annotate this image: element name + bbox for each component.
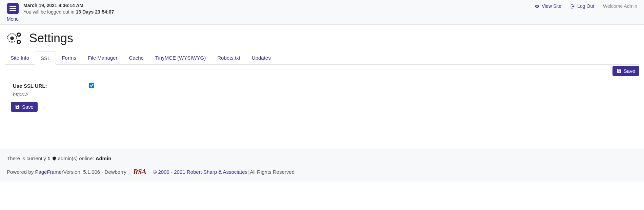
save-icon xyxy=(15,104,20,109)
topbar: Menu March 19, 2021 9:36:14 AM You will … xyxy=(0,0,644,25)
logout-message: You will be logged out in 13 Days 23:54:… xyxy=(23,9,114,15)
online-count: 1 xyxy=(47,155,50,161)
svg-point-3 xyxy=(18,41,20,43)
tab-robots[interactable]: Robots.txt xyxy=(212,51,246,64)
footer: There is currently 1 admin(s) online: Ad… xyxy=(0,149,644,182)
save-button-bottom-label: Save xyxy=(22,104,34,110)
logout-prefix: You will be logged out in xyxy=(23,9,76,15)
use-ssl-label: Use SSL URL: xyxy=(13,83,89,89)
tab-file-manager[interactable]: File Manager xyxy=(82,51,123,64)
menu-block: Menu xyxy=(7,3,19,22)
version-text: Version: 5.1.006 - Dewberry xyxy=(63,169,126,175)
eye-icon xyxy=(535,4,540,9)
page-content: Settings Site Info SSL Forms File Manage… xyxy=(0,25,644,119)
save-button-top-label: Save xyxy=(624,68,635,74)
footer-credits: Powered by PageFramer Version: 5.1.006 -… xyxy=(7,167,637,176)
tab-ssl[interactable]: SSL xyxy=(35,51,56,65)
title-row: Settings xyxy=(5,31,639,46)
tab-site-info[interactable]: Site Info xyxy=(5,51,35,64)
tabs: Site Info SSL Forms File Manager Cache T… xyxy=(5,51,639,65)
use-ssl-input-col xyxy=(89,83,94,89)
powered-by-text: Powered by xyxy=(7,169,34,175)
menu-label[interactable]: Menu xyxy=(7,16,19,22)
top-info: March 19, 2021 9:36:14 AM You will be lo… xyxy=(23,3,114,15)
logout-countdown: 13 Days 23:54:07 xyxy=(76,9,114,15)
top-right-links: View Site Log Out Welcome Admin xyxy=(535,3,637,9)
tab-forms[interactable]: Forms xyxy=(56,51,82,64)
page-title: Settings xyxy=(29,31,73,45)
online-prefix: There is currently xyxy=(7,155,47,161)
use-ssl-row: Use SSL URL: https:// xyxy=(11,76,633,99)
use-ssl-checkbox[interactable] xyxy=(89,83,94,88)
use-ssl-sublabel: https:// xyxy=(13,91,89,97)
menu-icon[interactable] xyxy=(7,3,19,14)
sign-out-icon xyxy=(570,4,575,9)
welcome-text: Welcome Admin xyxy=(603,3,637,9)
online-mid: admin(s) online: xyxy=(58,155,96,161)
rights-text: | All Rights Reserved xyxy=(247,169,295,175)
datetime-text: March 19, 2021 9:36:14 AM xyxy=(23,3,114,8)
top-save-row: Save xyxy=(5,66,639,76)
log-out-text: Log Out xyxy=(577,3,594,9)
tab-cache[interactable]: Cache xyxy=(123,51,149,64)
ssl-panel: Use SSL URL: https:// xyxy=(11,76,633,99)
save-icon xyxy=(617,68,622,74)
save-button-top[interactable]: Save xyxy=(612,66,639,76)
log-out-link[interactable]: Log Out xyxy=(570,3,594,9)
admins-online: There is currently 1 admin(s) online: Ad… xyxy=(7,155,637,161)
tab-tinymce[interactable]: TinyMCE (WYSIWYG) xyxy=(149,51,212,64)
gears-icon xyxy=(5,31,23,46)
shield-icon xyxy=(52,156,57,161)
svg-point-1 xyxy=(18,34,20,36)
online-name: Admin xyxy=(96,155,112,161)
pageframer-link[interactable]: PageFramer xyxy=(35,169,63,175)
bottom-save-row: Save xyxy=(11,102,639,112)
tab-updates[interactable]: Updates xyxy=(246,51,277,64)
save-button-bottom[interactable]: Save xyxy=(11,102,38,112)
copyright-link[interactable]: © 2009 - 2021 Robert Sharp & Associates xyxy=(153,169,247,175)
view-site-link[interactable]: View Site xyxy=(535,3,561,9)
rsa-logo: RSA xyxy=(126,167,153,176)
use-ssl-label-col: Use SSL URL: https:// xyxy=(13,83,89,97)
view-site-text: View Site xyxy=(542,3,561,9)
